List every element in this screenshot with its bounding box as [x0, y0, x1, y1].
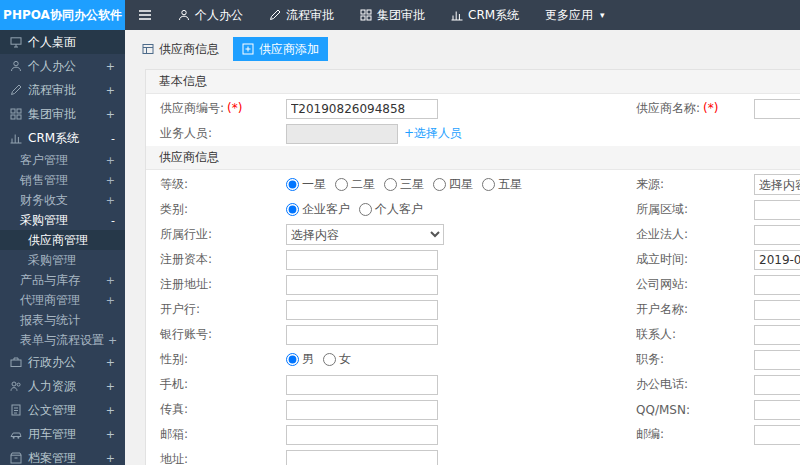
field-position: 职务: [636, 347, 800, 372]
edit-icon [269, 9, 281, 21]
field-control [286, 99, 438, 119]
level-radio-input[interactable] [433, 178, 446, 191]
sidebar-item-product-stock[interactable]: 产品与库存+ [0, 270, 125, 290]
sidebar-item-crm-system[interactable]: CRM系统- [0, 126, 125, 150]
required-marker: (*) [227, 101, 242, 115]
field-control: 选择内容 [286, 224, 444, 245]
supplier-no-input[interactable] [286, 99, 438, 119]
expand-toggle-icon: + [102, 274, 115, 287]
menu-toggle[interactable] [125, 0, 165, 30]
sidebar-item-form-flow-settings[interactable]: 表单与流程设置+ [0, 330, 125, 350]
tab-bar: 供应商信息供应商添加 [133, 37, 800, 61]
sidebar-item-vehicle-mgmt[interactable]: 用车管理+ [0, 422, 125, 446]
qq-msn-input[interactable] [754, 400, 800, 420]
fax-input[interactable] [286, 400, 438, 420]
gender-radio-option[interactable]: 男 [286, 351, 314, 368]
category-radio-input[interactable] [286, 203, 299, 216]
contact-person-input[interactable] [754, 325, 800, 345]
topnav-item-group-approval[interactable]: 集团审批 [347, 0, 438, 30]
level-radio-input[interactable] [482, 178, 495, 191]
account-name-input[interactable] [754, 300, 800, 320]
sidebar-item-finance-mgmt[interactable]: 财务收支+ [0, 190, 125, 210]
level-radio-option[interactable]: 二星 [335, 176, 375, 193]
office-phone-input[interactable] [754, 375, 800, 395]
form-row: 手机:办公电话: [146, 372, 800, 397]
source-select[interactable]: 选择内容 [754, 174, 800, 195]
sidebar-item-document-mgmt[interactable]: 公文管理+ [0, 398, 125, 422]
field-label-industry: 所属行业: [146, 226, 286, 243]
bank-input[interactable] [286, 300, 438, 320]
industry-select[interactable]: 选择内容 [286, 224, 444, 245]
topnav-item-more-apps[interactable]: 更多应用▾ [532, 0, 618, 30]
category-radio-option[interactable]: 个人客户 [359, 201, 423, 218]
business-person-input[interactable] [286, 124, 398, 144]
level-radio-input[interactable] [384, 178, 397, 191]
supplier-name-input[interactable] [754, 99, 800, 119]
sidebar-item-label: 用车管理 [28, 426, 76, 443]
form-row: 性别:男女职务: [146, 347, 800, 372]
company-website-input[interactable] [754, 275, 800, 295]
field-label-email: 邮箱: [146, 426, 286, 443]
level-radio-input[interactable] [335, 178, 348, 191]
mobile-input[interactable] [286, 375, 438, 395]
zipcode-input[interactable] [754, 425, 800, 445]
level-radio-option[interactable]: 一星 [286, 176, 326, 193]
level-radio-option[interactable]: 三星 [384, 176, 424, 193]
sidebar-item-admin-office[interactable]: 行政办公+ [0, 350, 125, 374]
chevron-down-icon: ▾ [600, 10, 605, 20]
expand-toggle-icon: + [102, 294, 115, 307]
level-radio-option[interactable]: 四星 [433, 176, 473, 193]
email-input[interactable] [286, 425, 438, 445]
tab-supplier-info[interactable]: 供应商信息 [133, 37, 228, 61]
sidebar-item-purchasing[interactable]: 采购管理 [0, 250, 125, 270]
sidebar-item-personal-desktop[interactable]: 个人桌面 [0, 30, 125, 54]
field-control [754, 250, 800, 270]
sidebar-item-sales-mgmt[interactable]: 销售管理+ [0, 170, 125, 190]
field-control [754, 225, 800, 245]
sidebar-item-human-resources[interactable]: 人力资源+ [0, 374, 125, 398]
sidebar-item-customer-mgmt[interactable]: 客户管理+ [0, 150, 125, 170]
topnav-item-personal-office[interactable]: 个人办公 [165, 0, 256, 30]
registered-capital-input[interactable] [286, 250, 438, 270]
bank-account-input[interactable] [286, 325, 438, 345]
field-control [754, 99, 800, 119]
sidebar-item-purchase-mgmt[interactable]: 采购管理- [0, 210, 125, 230]
founded-date-input[interactable] [754, 250, 800, 270]
sidebar-item-personal-office[interactable]: 个人办公+ [0, 54, 125, 78]
form-row: 业务人员:+选择人员 [146, 121, 800, 146]
expand-toggle-icon: + [102, 174, 115, 187]
gender-radio-input[interactable] [323, 353, 336, 366]
sidebar-item-supplier-mgmt[interactable]: 供应商管理 [0, 230, 125, 250]
region-input[interactable] [754, 200, 800, 220]
field-label-registered-address: 注册地址: [146, 276, 286, 293]
sidebar-item-label: 销售管理 [20, 172, 68, 189]
field-bank-account: 银行账号: [146, 322, 636, 347]
app-logo[interactable]: PHPOA协同办公软件 [0, 0, 125, 30]
sidebar-item-reports-stats[interactable]: 报表与统计 [0, 310, 125, 330]
level-radio-option[interactable]: 五星 [482, 176, 522, 193]
business-person-picker-link[interactable]: +选择人员 [404, 125, 462, 142]
sidebar-item-agent-mgmt[interactable]: 代理商管理+ [0, 290, 125, 310]
tab-supplier-add[interactable]: 供应商添加 [233, 37, 328, 61]
car-icon [10, 428, 22, 440]
sidebar-item-process-approval[interactable]: 流程审批+ [0, 78, 125, 102]
category-radio-input[interactable] [359, 203, 372, 216]
empty-cell [636, 121, 800, 146]
registered-address-input[interactable] [286, 275, 438, 295]
position-input[interactable] [754, 350, 800, 370]
field-level: 等级:一星二星三星四星五星 [146, 172, 636, 197]
address-input[interactable] [286, 450, 438, 465]
level-radio-input[interactable] [286, 178, 299, 191]
field-control [286, 275, 438, 295]
topnav-item-process-approval[interactable]: 流程审批 [256, 0, 347, 30]
sidebar-item-label: 客户管理 [20, 152, 68, 169]
radio-option-label: 三星 [400, 176, 424, 193]
gender-radio-input[interactable] [286, 353, 299, 366]
gender-radio-option[interactable]: 女 [323, 351, 351, 368]
legal-person-input[interactable] [754, 225, 800, 245]
topnav-item-crm-system[interactable]: CRM系统 [438, 0, 532, 30]
sidebar-item-group-approval[interactable]: 集团审批+ [0, 102, 125, 126]
category-radio-option[interactable]: 企业客户 [286, 201, 350, 218]
sidebar-item-archive-mgmt[interactable]: 档案管理+ [0, 446, 125, 465]
grid-icon [10, 108, 22, 120]
